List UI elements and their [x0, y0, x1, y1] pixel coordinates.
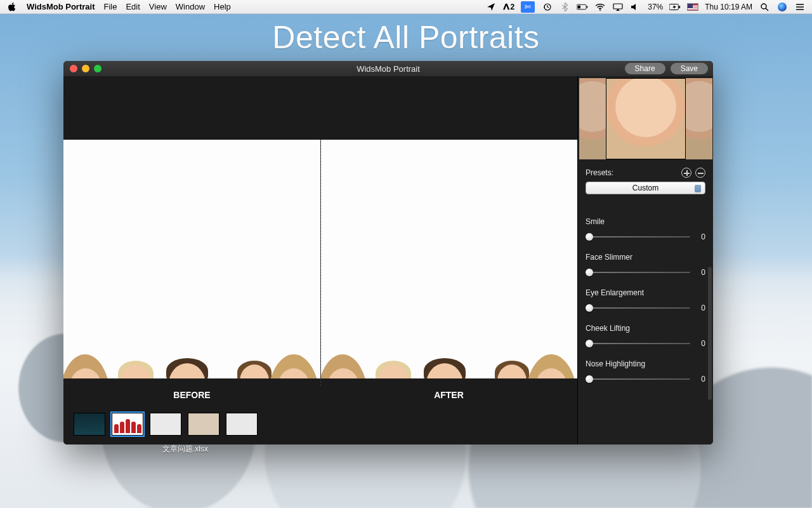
- slider-value: 0: [697, 339, 705, 348]
- adobe-cloud-icon[interactable]: 2: [503, 3, 514, 11]
- slider-knob[interactable]: [586, 340, 593, 347]
- slider-value: 0: [697, 304, 705, 312]
- notification-center-icon[interactable]: [794, 3, 806, 11]
- hero-title: Detect All Portraits: [0, 19, 812, 56]
- window-title: WidsMob Portrait: [63, 64, 713, 74]
- slider-knob[interactable]: [586, 233, 593, 241]
- after-image: [321, 140, 578, 378]
- slider-value: 0: [697, 232, 705, 241]
- charging-icon: [669, 3, 681, 11]
- slider-track[interactable]: [586, 272, 690, 273]
- preset-remove-icon[interactable]: [695, 168, 705, 178]
- menubar-app-name[interactable]: WidsMob Portrait: [27, 2, 95, 11]
- desktop-file-label[interactable]: 文章问题.xlsx: [162, 444, 208, 455]
- after-pane: [321, 140, 578, 386]
- presets-label: Presets:: [586, 168, 613, 177]
- sliders-panel: Smile0Face Slimmer0Eye Enlargement0Cheek…: [578, 204, 713, 400]
- slider-label: Nose Highlighting: [586, 359, 705, 368]
- window-titlebar[interactable]: WidsMob Portrait Share Save: [63, 61, 713, 76]
- comparison-labels: BEFORE AFTER: [63, 386, 577, 406]
- before-image: [63, 140, 320, 378]
- airplay-icon[interactable]: [612, 3, 624, 11]
- sidebar-scrollbar[interactable]: [708, 267, 712, 400]
- spotlight-icon[interactable]: [759, 3, 770, 11]
- slider-knob[interactable]: [586, 375, 593, 383]
- battery-icon[interactable]: [577, 3, 588, 11]
- slider-label: Smile: [586, 217, 705, 226]
- before-label: BEFORE: [63, 386, 320, 406]
- main-panel: BEFORE AFTER: [63, 76, 577, 444]
- svg-point-4: [599, 10, 601, 11]
- slider-knob[interactable]: [586, 304, 593, 312]
- thumbnail-1[interactable]: [74, 413, 105, 436]
- slider-value: 0: [697, 375, 705, 384]
- slider-track[interactable]: [586, 378, 690, 380]
- app-window: WidsMob Portrait Share Save: [63, 61, 713, 444]
- menubar-item-file[interactable]: File: [104, 2, 117, 11]
- input-source-flag-icon[interactable]: [687, 3, 698, 11]
- apple-menu-icon[interactable]: [6, 3, 18, 11]
- slider-knob[interactable]: [586, 269, 593, 276]
- after-label: AFTER: [320, 386, 577, 406]
- svg-rect-3: [578, 5, 581, 8]
- menubar-item-window[interactable]: Window: [176, 2, 205, 11]
- svg-point-8: [761, 4, 766, 9]
- svg-rect-2: [587, 6, 588, 8]
- screenshot-scissors-icon[interactable]: ✄: [521, 1, 535, 13]
- chevron-updown-icon: ▴▾: [697, 185, 700, 192]
- mac-menubar: WidsMob Portrait File Edit View Window H…: [0, 0, 812, 14]
- slider-label: Cheek Lifting: [586, 324, 705, 333]
- before-pane: [63, 140, 321, 386]
- slider-track[interactable]: [586, 236, 690, 237]
- slider-eye-enlargement: Eye Enlargement0: [586, 288, 705, 312]
- slider-track[interactable]: [586, 343, 690, 344]
- menubar-item-edit[interactable]: Edit: [126, 2, 140, 11]
- detected-faces-row: [578, 76, 713, 161]
- detected-face-prev[interactable]: [579, 78, 606, 159]
- slider-face-slimmer: Face Slimmer0: [586, 253, 705, 277]
- preset-add-icon[interactable]: [681, 168, 691, 178]
- detected-face-selected[interactable]: [606, 78, 686, 159]
- save-button[interactable]: Save: [671, 63, 708, 74]
- preset-dropdown[interactable]: Custom ▴▾: [586, 182, 705, 194]
- wifi-icon[interactable]: [594, 3, 606, 11]
- adobe-badge-count: 2: [511, 3, 515, 11]
- slider-nose-highlighting: Nose Highlighting0: [586, 359, 705, 384]
- thumbnail-strip: [63, 406, 577, 444]
- comparison-canvas: [63, 76, 577, 386]
- thumbnail-2[interactable]: [112, 413, 143, 436]
- svg-rect-5: [613, 4, 622, 9]
- volume-icon[interactable]: [630, 3, 641, 11]
- detected-face-next[interactable]: [686, 78, 712, 159]
- slider-label: Eye Enlargement: [586, 288, 705, 297]
- slider-label: Face Slimmer: [586, 253, 705, 262]
- thumbnail-3[interactable]: [150, 413, 181, 436]
- thumbnail-5[interactable]: [226, 413, 258, 436]
- desktop: WidsMob Portrait File Edit View Window H…: [0, 0, 812, 508]
- menubar-clock[interactable]: Thu 10:19 AM: [705, 3, 752, 11]
- slider-value: 0: [697, 268, 705, 277]
- slider-cheek-lifting: Cheek Lifting0: [586, 324, 705, 348]
- menubar-item-view[interactable]: View: [149, 2, 167, 11]
- sidebar: Presets: Custom ▴▾ Smile0Face Slimmer0Ey…: [577, 76, 713, 444]
- preset-selected-value: Custom: [632, 184, 658, 192]
- bluetooth-icon[interactable]: [559, 3, 570, 11]
- battery-percent[interactable]: 37%: [648, 3, 663, 11]
- slider-smile: Smile0: [586, 217, 705, 241]
- slider-track[interactable]: [586, 307, 690, 309]
- share-button[interactable]: Share: [625, 63, 665, 74]
- time-machine-icon[interactable]: [541, 3, 553, 11]
- svg-rect-7: [679, 6, 681, 8]
- location-arrow-icon[interactable]: [485, 3, 497, 11]
- thumbnail-4[interactable]: [188, 413, 219, 436]
- menubar-item-help[interactable]: Help: [214, 2, 231, 11]
- siri-icon[interactable]: [776, 3, 788, 11]
